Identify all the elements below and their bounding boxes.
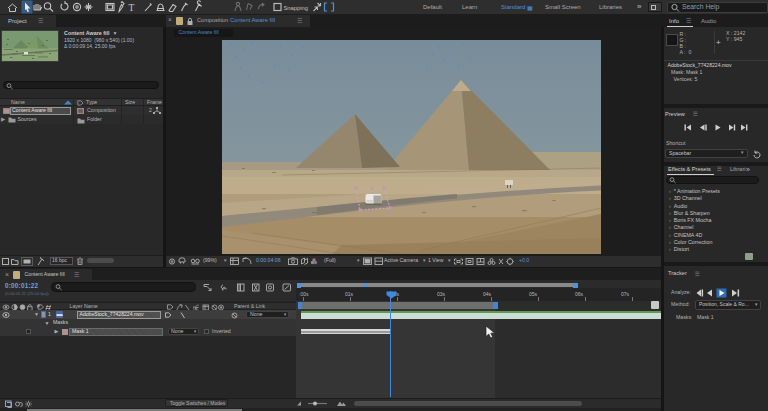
svg-text:T: T	[129, 3, 135, 13]
svg-text:Snapping: Snapping	[284, 5, 309, 11]
